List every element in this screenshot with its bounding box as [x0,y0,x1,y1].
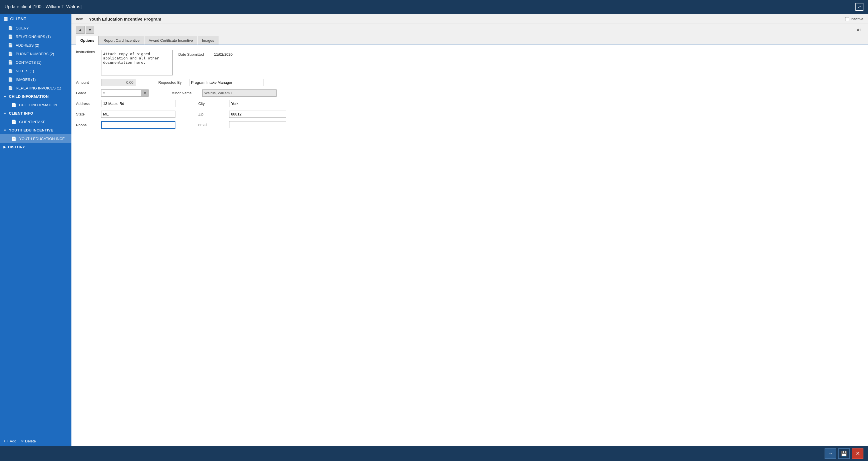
zip-input[interactable] [229,111,286,118]
sidebar-group-label: CHILD INFORMATION [9,94,49,99]
tab-report-card[interactable]: Report Card Incentive [99,36,144,44]
sidebar-item-label: IMAGES (1) [16,78,36,82]
sidebar-item-repeating-invoices[interactable]: 📄 REPEATING INVOICES (1) [0,84,71,92]
collapse-arrow-icon: ▼ [3,95,7,98]
address-input[interactable] [101,100,176,107]
zip-group: Zip [198,111,286,118]
sidebar-item-address[interactable]: 📄 ADDRESS (2) [0,41,71,50]
sidebar-child-item-youth-edu[interactable]: 📄 YOUTH EDUCATION INCE [0,134,71,143]
form-area: Instructions Attach copy of signed appli… [71,45,868,446]
sidebar-footer: + + Add ✕ Delete [0,436,71,446]
collapse-arrow-icon: ▼ [3,129,7,132]
sidebar-group-label: CLIENT INFO [9,111,33,116]
select-arrow-icon: ▼ [142,90,148,96]
sidebar-item-notes[interactable]: 📄 NOTES (1) [0,67,71,75]
sidebar-group-child-information[interactable]: ▼ CHILD INFORMATION [0,92,71,101]
sidebar-child-item-label: YOUTH EDUCATION INCE [19,136,65,141]
phone-label: Phone [76,123,99,127]
amount-label: Amount [76,80,99,85]
email-label: email [198,123,227,127]
sidebar-child-item-clientintake[interactable]: 📄 CLIENTINTAKE [0,118,71,126]
action-bar: → 💾 ✕ [0,446,868,461]
sidebar-item-relationships[interactable]: 📄 RELATIONSHIPS (1) [0,32,71,41]
nav-arrows-row: ▲ ▼ #1 [71,24,868,36]
instructions-group: Instructions Attach copy of signed appli… [76,50,173,75]
next-arrow-button[interactable]: → [825,449,836,459]
tab-options[interactable]: Options [76,36,99,45]
doc-icon: 📄 [11,120,16,124]
email-input[interactable] [229,121,286,128]
sidebar-item-label: ADDRESS (2) [16,43,39,48]
main-layout: ▦ CLIENT 📄 QUERY 📄 RELATIONSHIPS (1) 📄 A… [0,14,868,446]
city-label: City [198,101,227,106]
grade-select[interactable]: 2 1 3 4 5 [101,90,142,96]
sidebar-item-label: REPEATING INVOICES (1) [16,86,61,90]
phone-group: Phone [76,121,176,129]
date-submitted-group: Date Submitted [178,51,269,58]
sidebar-group-client-info[interactable]: ▼ CLIENT INFO [0,109,71,118]
grid-icon: ▦ [3,16,8,22]
grade-select-wrap: 2 1 3 4 5 ▼ [101,89,149,97]
amount-input[interactable] [101,79,135,86]
sidebar-item-contacts[interactable]: 📄 CONTACTS (1) [0,58,71,67]
sidebar-item-images[interactable]: 📄 IMAGES (1) [0,75,71,84]
nav-up-icon: ▲ [78,27,82,32]
content-area: Item Youth Education Incentive Program I… [71,14,868,446]
form-row-state: State Zip [76,111,863,118]
inactive-checkbox[interactable] [845,17,849,21]
sidebar-item-label: NOTES (1) [16,69,34,73]
doc-icon: 📄 [11,136,16,141]
tab-images[interactable]: Images [198,36,219,44]
add-button[interactable]: + + Add [3,439,16,443]
minor-name-label: Minor Name [172,91,200,95]
sidebar: ▦ CLIENT 📄 QUERY 📄 RELATIONSHIPS (1) 📄 A… [0,14,71,446]
delete-button[interactable]: ✕ Delete [21,439,36,443]
nav-down-icon: ▼ [88,27,92,32]
save-button[interactable]: 💾 [838,449,850,459]
nav-up-button[interactable]: ▲ [76,26,85,34]
content-header: Item Youth Education Incentive Program I… [71,14,868,24]
form-row-instructions: Instructions Attach copy of signed appli… [76,50,863,75]
sidebar-child-item-child-information[interactable]: 📄 CHILD INFORMATION [0,101,71,109]
form-row-grade: Grade 2 1 3 4 5 ▼ Minor Name [76,89,863,97]
tab-report-card-label: Report Card Incentive [103,38,140,42]
state-input[interactable] [101,111,176,118]
requested-by-input[interactable] [189,79,264,86]
instructions-textarea[interactable]: Attach copy of signed application and al… [101,50,173,75]
sidebar-section-header: ▦ CLIENT [0,14,71,24]
form-row-address: Address City [76,100,863,107]
city-input[interactable] [229,100,286,107]
sidebar-item-phone-numbers[interactable]: 📄 PHONE NUMBERS (2) [0,50,71,58]
sidebar-group-history[interactable]: ▶ HISTORY [0,143,71,151]
nav-arrows: ▲ ▼ [76,26,94,34]
address-label: Address [76,101,99,106]
requested-by-group: Requested By [158,79,264,86]
sidebar-item-query[interactable]: 📄 QUERY [0,24,71,32]
doc-icon: 📄 [8,69,13,73]
sidebar-item-label: RELATIONSHIPS (1) [16,35,51,39]
maximize-button[interactable]: ⤢ [856,3,863,11]
record-number: #1 [857,28,861,32]
add-icon: + [3,439,6,443]
minor-name-input[interactable] [202,89,277,97]
tab-award-cert-label: Award Certificate Incentive [149,38,193,42]
tab-award-cert[interactable]: Award Certificate Incentive [145,36,197,44]
title-bar: Update client [100 - William T. Walrus] … [0,0,868,14]
doc-icon: 📄 [8,43,13,48]
grade-label: Grade [76,91,99,95]
program-title: Youth Education Incentive Program [89,17,161,22]
nav-down-button[interactable]: ▼ [86,26,94,34]
date-submitted-input[interactable] [212,51,269,58]
date-submitted-label: Date Submitted [178,52,210,57]
instructions-label: Instructions [76,50,99,54]
item-label: Item [76,17,83,21]
address-group: Address [76,100,176,107]
doc-icon: 📄 [8,77,13,82]
close-button[interactable]: ✕ [852,449,863,459]
phone-input[interactable] [101,121,176,129]
expand-arrow-icon: ▶ [3,145,6,149]
sidebar-child-item-label: CHILD INFORMATION [19,103,57,107]
inactive-checkbox-group: Inactive [845,17,863,21]
inactive-label: Inactive [850,17,863,21]
sidebar-group-youth-edu[interactable]: ▼ YOUTH EDU INCENTIVE [0,126,71,134]
